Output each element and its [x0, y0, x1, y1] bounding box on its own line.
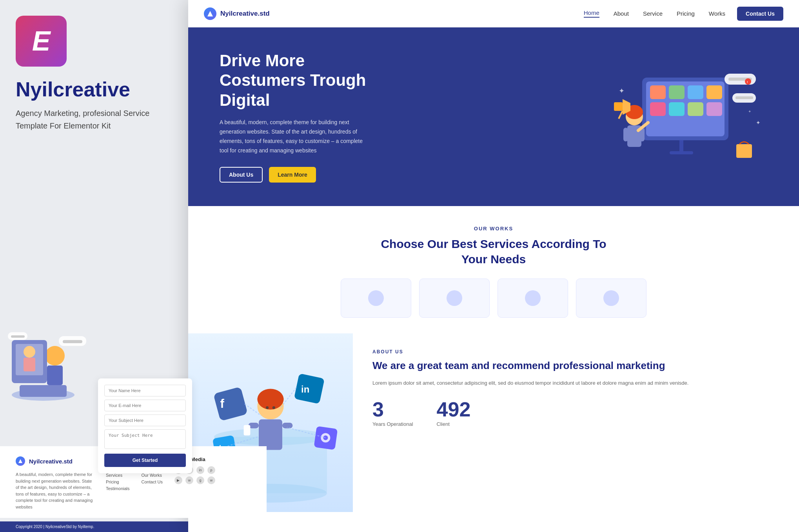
hero-title: Drive More Costumers Trough Digital [220, 51, 369, 110]
nav-home[interactable]: Home [584, 9, 599, 18]
svg-rect-39 [736, 144, 752, 158]
logo-letter: E [32, 27, 51, 55]
svg-rect-7 [24, 358, 35, 371]
message-input[interactable] [104, 429, 186, 449]
social-whatsapp-icon[interactable]: w [207, 476, 215, 484]
stat-years: 3 Years Operational [372, 399, 413, 427]
svg-rect-50 [244, 425, 251, 435]
svg-rect-3 [47, 366, 63, 385]
social-web-icon[interactable]: w [185, 476, 193, 484]
right-panel: Nyilcreative.std Home About Service Pric… [188, 0, 799, 532]
svg-rect-47 [259, 420, 282, 450]
stat-clients-number: 492 [437, 399, 471, 420]
svg-point-53 [272, 406, 275, 409]
svg-rect-1 [20, 385, 67, 397]
hero-buttons: About Us Learn More [220, 167, 369, 183]
svg-line-32 [619, 111, 623, 119]
copyright-text: Copyright 2020 | NyilcreativeStd by Nyil… [16, 525, 94, 529]
svg-rect-26 [623, 128, 628, 141]
about-content: ABOUT US We are a great team and recomme… [353, 333, 799, 512]
nav-works[interactable]: Works [709, 10, 725, 17]
about-us-button[interactable]: About Us [220, 167, 263, 183]
service-card-3 [498, 279, 568, 318]
works-section: OUR WORKS Choose Our Best Services Accor… [188, 206, 799, 333]
stat-clients-label: Client [437, 421, 471, 427]
lower-section: f in t [188, 333, 799, 512]
brand-subtitle: Agency Marketing, profesional Service Te… [16, 107, 173, 132]
svg-point-2 [45, 346, 65, 366]
footer-menu-services[interactable]: Services [106, 473, 130, 478]
mockup-navbar: Nyilcreative.std Home About Service Pric… [188, 0, 799, 27]
nav-about[interactable]: About [614, 10, 629, 17]
footer-info-works[interactable]: Our Works [142, 473, 163, 478]
svg-rect-14 [650, 85, 666, 99]
footer-brand: Nyilcreative.std [16, 456, 94, 466]
email-input[interactable] [104, 400, 186, 411]
left-illustration [0, 309, 114, 407]
contact-form-card: Get Started [98, 378, 192, 473]
learn-more-button[interactable]: Learn More [269, 167, 316, 183]
hero-description: A beautiful, modern, complete theme for … [220, 118, 369, 155]
footer-menu-pricing[interactable]: Pricing [106, 480, 130, 484]
svg-text:✦: ✦ [756, 119, 761, 126]
svg-text:✦: ✦ [748, 109, 751, 114]
svg-point-52 [266, 406, 269, 409]
svg-text:✦: ✦ [619, 87, 625, 95]
about-title: We are a great team and recommend profes… [372, 359, 779, 373]
nav-brand-name: Nyilcreative.std [220, 10, 270, 18]
footer-menu-testimonials[interactable]: Testimonials [106, 486, 130, 491]
nav-pricing[interactable]: Pricing [677, 10, 695, 17]
stats-row: 3 Years Operational 492 Client [372, 399, 779, 427]
nav-service[interactable]: Service [643, 10, 663, 17]
social-youtube-icon[interactable]: ▶ [174, 476, 182, 484]
hero-section: Drive More Costumers Trough Digital A be… [188, 27, 799, 206]
stat-years-label: Years Operational [372, 421, 413, 427]
nav-contact-button[interactable]: Contact Us [737, 7, 783, 21]
svg-rect-16 [688, 85, 703, 99]
svg-rect-54 [213, 387, 248, 421]
svg-text:in: in [301, 384, 309, 395]
svg-rect-22 [679, 140, 683, 152]
social-instagram-icon[interactable]: in [196, 466, 204, 474]
works-title: Choose Our Best Services According ToYou… [220, 236, 768, 267]
svg-rect-9 [63, 340, 82, 343]
subject-input[interactable] [104, 414, 186, 426]
about-label: ABOUT US [372, 349, 779, 355]
social-google-icon[interactable]: g [196, 476, 204, 484]
svg-rect-18 [650, 102, 666, 116]
service-card-1 [341, 279, 411, 318]
footer-brand-desc: A beautiful, modern, complete theme for … [16, 471, 94, 510]
hero-content: Drive More Costumers Trough Digital A be… [220, 51, 369, 183]
svg-rect-31 [614, 102, 623, 111]
service-cards-row [220, 279, 768, 318]
nav-brand: Nyilcreative.std [204, 7, 270, 20]
footer-brand-icon [16, 456, 25, 466]
website-mockup: Nyilcreative.std Home About Service Pric… [188, 0, 799, 532]
footer-info-contact[interactable]: Contact Us [142, 480, 163, 484]
brand-title: Nyilcreative [16, 78, 173, 101]
svg-rect-17 [706, 85, 722, 99]
svg-point-37 [745, 78, 751, 85]
footer-brand-name: Nyilcreative.std [29, 458, 73, 465]
svg-rect-49 [282, 423, 292, 428]
stat-clients: 492 Client [437, 399, 471, 427]
elementor-logo: E [16, 16, 67, 67]
svg-text:f: f [220, 397, 225, 411]
svg-text:!: ! [747, 80, 748, 84]
nav-brand-icon [204, 7, 216, 20]
get-started-button[interactable]: Get Started [104, 454, 186, 467]
social-row-2: ▶ w g w [174, 476, 215, 484]
svg-point-51 [257, 389, 283, 410]
hero-illustration: ! ✦ ✦ ✦ [611, 62, 768, 172]
about-description: Lorem ipsum dolor sit amet, consectetur … [372, 379, 779, 387]
svg-rect-19 [669, 102, 685, 116]
service-card-2 [419, 279, 490, 318]
svg-rect-36 [735, 96, 753, 99]
social-pinterest-icon[interactable]: p [207, 466, 215, 474]
svg-rect-11 [11, 335, 25, 338]
name-input[interactable] [104, 385, 186, 396]
svg-point-6 [24, 346, 35, 358]
stat-years-number: 3 [372, 399, 413, 420]
works-label: OUR WORKS [220, 226, 768, 232]
svg-rect-23 [670, 151, 693, 154]
